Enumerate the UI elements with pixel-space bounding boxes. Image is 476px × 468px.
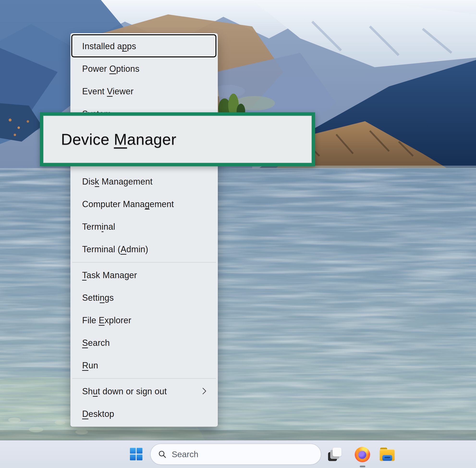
menu-item-computer-management[interactable]: Computer Management: [70, 193, 218, 216]
menu-item-event-viewer[interactable]: Event Viewer: [70, 80, 218, 103]
menu-separator: [70, 377, 218, 380]
taskbar-search-box[interactable]: Search: [150, 443, 321, 465]
device-manager-label: Device Manager: [43, 130, 176, 148]
start-button[interactable]: [130, 448, 142, 460]
taskbar: Search: [0, 440, 476, 468]
file-explorer-button[interactable]: [380, 447, 395, 461]
menu-item-label: Disk Management: [82, 177, 153, 187]
firefox-button[interactable]: [355, 447, 370, 462]
menu-item-label: Computer Management: [82, 199, 174, 209]
menu-separator: [70, 261, 218, 264]
menu-item-label: Run: [82, 361, 98, 371]
menu-item-terminal[interactable]: Terminal: [70, 216, 218, 238]
desktop: Installed appsPower OptionsEvent ViewerS…: [0, 0, 476, 468]
menu-item-disk-management[interactable]: Disk Management: [70, 170, 218, 193]
menu-item-label: Shut down or sign out: [82, 386, 167, 396]
task-view-button[interactable]: [328, 447, 342, 461]
menu-item-label: Terminal (Admin): [82, 244, 148, 254]
menu-item-power-options[interactable]: Power Options: [70, 58, 218, 80]
menu-item-label: Settings: [82, 293, 114, 303]
folder-icon: [380, 448, 395, 461]
menu-item-label: Installed apps: [82, 41, 136, 51]
menu-item-file-explorer[interactable]: File Explorer: [70, 309, 218, 332]
search-label: Search: [172, 450, 198, 459]
firefox-globe: [358, 451, 366, 459]
menu-item-label: Terminal: [82, 222, 115, 232]
menu-item-run[interactable]: Run: [70, 354, 218, 377]
menu-item-shut-down-or-sign-out[interactable]: Shut down or sign out: [70, 380, 218, 403]
menu-item-settings[interactable]: Settings: [70, 287, 218, 309]
winx-menu: Installed appsPower OptionsEvent ViewerS…: [70, 33, 218, 427]
windows-logo-icon: [130, 448, 142, 460]
device-manager-zoom-callout[interactable]: Device Manager: [40, 112, 315, 166]
menu-item-terminal-admin[interactable]: Terminal (Admin): [70, 238, 218, 261]
task-view-icon: [328, 448, 341, 461]
menu-item-installed-apps[interactable]: Installed apps: [70, 35, 218, 58]
menu-item-desktop[interactable]: Desktop: [70, 403, 218, 425]
search-icon: [158, 450, 167, 458]
app-running-indicator: [360, 466, 365, 467]
firefox-icon: [355, 447, 370, 462]
menu-item-label: Power Options: [82, 64, 139, 74]
menu-item-label: Desktop: [82, 409, 114, 419]
menu-item-label: File Explorer: [82, 315, 131, 325]
menu-item-label: Event Viewer: [82, 87, 134, 97]
menu-item-label: Search: [82, 338, 110, 348]
menu-item-label: Task Manager: [82, 270, 137, 280]
submenu-chevron-icon: [200, 388, 206, 394]
menu-item-task-manager[interactable]: Task Manager: [70, 264, 218, 287]
menu-item-search[interactable]: Search: [70, 332, 218, 354]
